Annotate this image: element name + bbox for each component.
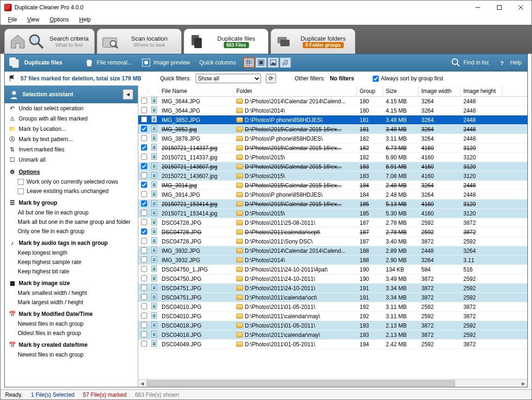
row-checkbox[interactable]	[141, 135, 147, 141]
sa-item[interactable]: Mark smallest width / height	[5, 288, 138, 298]
table-row[interactable]: IMG_3852.jpgD:\Photos\2015\Calendar 2015…	[138, 125, 527, 134]
col-group[interactable]: Group	[357, 86, 383, 96]
table-row[interactable]: DSC04750_1.JPGD:\Photos\2011\24-10-2011\…	[138, 265, 527, 274]
find-in-list-button[interactable]: Find in list	[449, 57, 490, 69]
table-row[interactable]: 20150721_153414.jpgD:\Photos\2015\1855.3…	[138, 209, 527, 218]
sa-item[interactable]: ⚠Groups with all files marked	[5, 114, 138, 124]
col-image-height[interactable]: Image height	[461, 86, 503, 96]
row-checkbox[interactable]	[141, 285, 147, 291]
table-row[interactable]: 20150721_143607.jpgD:\Photos\2015\1837.0…	[138, 171, 527, 181]
row-checkbox[interactable]	[141, 210, 147, 216]
minimize-button[interactable]	[467, 0, 489, 14]
file-removal-button[interactable]: File removal...	[83, 57, 134, 69]
table-row[interactable]: DSC04049.JPGD:\Photos\2011\01-05-2011\19…	[138, 340, 527, 349]
sa-item[interactable]: Keep longest length	[5, 248, 138, 257]
sa-item[interactable]: All but one file in each group	[5, 208, 138, 217]
sa-item[interactable]: Newest files in each group	[5, 350, 138, 359]
sa-item[interactable]: ⒶMark by text pattern...	[5, 134, 138, 144]
sa-item[interactable]: ▦Mark by image size	[5, 278, 138, 288]
sa-item[interactable]: ⚙Options	[5, 167, 138, 177]
qc-detail-button[interactable]	[255, 57, 267, 68]
row-checkbox[interactable]	[141, 266, 147, 272]
always-sort-checkbox[interactable]: Always sort by group first	[373, 75, 443, 82]
row-checkbox[interactable]	[141, 313, 147, 319]
table-row[interactable]: IMG_3852.JPGD:\Photos\P phone\858HDJES\1…	[138, 115, 527, 125]
sa-item[interactable]: 📅Mark by created date/time	[5, 340, 138, 350]
help-button[interactable]: ? Help	[496, 57, 524, 69]
table-row[interactable]: DSC04728.JPGD:\Photos\2011\25-08-2011\18…	[138, 218, 527, 228]
row-checkbox[interactable]	[141, 229, 147, 235]
horizontal-scrollbar[interactable]: ◄ ►	[138, 379, 527, 387]
table-row[interactable]: DSC04018.JPGD:\Photos\2011\calendar\may\…	[138, 330, 527, 340]
sa-item[interactable]: ☐Unmark all	[5, 155, 138, 165]
scroll-thumb[interactable]	[147, 380, 455, 386]
row-checkbox[interactable]	[141, 191, 147, 197]
col-size[interactable]: Size	[383, 86, 419, 96]
close-button[interactable]	[510, 0, 532, 14]
qc-image-button[interactable]	[268, 57, 279, 68]
maximize-button[interactable]	[489, 0, 510, 14]
row-checkbox[interactable]	[141, 107, 147, 113]
table-row[interactable]: DSC04728.JPGD:\Photos\2011\calendar\sept…	[138, 228, 527, 237]
row-checkbox[interactable]	[141, 172, 147, 179]
sa-item[interactable]: Mark largest width / height	[5, 298, 138, 307]
table-row[interactable]: DSC04010.JPGD:\Photos\2011\01-05-2011\19…	[138, 302, 527, 312]
sa-item[interactable]: Keep highest sample rate	[5, 257, 138, 267]
table-row[interactable]: 20150721_143607.jpgD:\Photos\2015\Calend…	[138, 162, 527, 171]
sa-item[interactable]: ♪Mark by audio tags in each group	[5, 238, 138, 248]
row-checkbox[interactable]	[141, 98, 147, 104]
row-checkbox[interactable]	[141, 331, 147, 337]
sa-item[interactable]: Keep highest bit rate	[5, 267, 138, 276]
table-row[interactable]: DSC04010.JPGD:\Photos\2011\calendar\may\…	[138, 312, 527, 321]
sa-item[interactable]: Mark all but one in the same group and f…	[5, 217, 138, 227]
refresh-filters-button[interactable]: ⟳	[266, 74, 276, 83]
row-checkbox[interactable]	[141, 247, 147, 253]
table-row[interactable]: IMG_3914.JPGD:\Photos\P phone\858HDJES\1…	[138, 190, 527, 200]
table-row[interactable]: DSC04750.JPGD:\Photos\2011\24-10-2011\19…	[138, 274, 527, 284]
sa-item[interactable]: ☰Mark by group	[5, 198, 138, 208]
row-checkbox[interactable]	[141, 322, 147, 328]
row-checkbox[interactable]	[141, 257, 147, 263]
sa-item[interactable]: ↶Undo last select operation	[5, 103, 138, 114]
scroll-right-button[interactable]: ►	[519, 379, 527, 387]
checkbox-icon[interactable]	[18, 188, 24, 194]
row-checkbox[interactable]	[141, 200, 147, 207]
sa-item[interactable]: 📅Mark by Modified Date/Time	[5, 309, 138, 319]
table-row[interactable]: IMG_3932.JPGD:\Photos\2014\1882.90 MB326…	[138, 256, 527, 265]
collapse-sidebar-button[interactable]: ◄	[123, 89, 133, 100]
row-checkbox[interactable]	[141, 341, 147, 347]
table-row[interactable]: IMG_3644.JPGD:\Photos\2014\1804.15 MB326…	[138, 106, 527, 115]
checkbox-icon[interactable]	[18, 179, 24, 185]
row-checkbox[interactable]	[141, 144, 147, 150]
sa-item[interactable]: Leave existing marks unchanged	[5, 186, 138, 196]
table-row[interactable]: DSC04018.JPGD:\Photos\2011\01-05-2011\19…	[138, 321, 527, 330]
menu-file[interactable]: File	[3, 15, 21, 24]
row-checkbox[interactable]	[141, 238, 147, 244]
qc-grid-button[interactable]	[243, 57, 255, 68]
quick-filters-select[interactable]: Show all	[196, 74, 261, 83]
table-row[interactable]: IMG_3932.JPGD:\Photos\2014\Calendar 2014…	[138, 246, 527, 256]
table-body[interactable]: IMG_3644.JPGD:\Photos\2014\Calendar 2014…	[138, 97, 527, 379]
table-row[interactable]: DSC04751.JPGD:\Photos\2011\calendar\oct\…	[138, 293, 527, 302]
menu-options[interactable]: Options	[45, 15, 73, 24]
col-folder[interactable]: Folder	[234, 86, 357, 96]
col-image-width[interactable]: Image width	[419, 86, 461, 96]
sa-item[interactable]: 📁Mark by Location...	[5, 124, 138, 134]
image-preview-button[interactable]: Image preview	[140, 57, 192, 69]
row-checkbox[interactable]	[141, 116, 147, 122]
row-checkbox[interactable]	[141, 219, 147, 225]
table-row[interactable]: IMG_3914.jpgD:\Photos\2015\Calendar 2015…	[138, 181, 527, 190]
row-checkbox[interactable]	[141, 163, 147, 169]
table-row[interactable]: IMG_3644.JPGD:\Photos\2014\Calendar 2014…	[138, 97, 527, 106]
sa-item[interactable]: Only one file in each group	[5, 227, 138, 236]
tab-search-criteria[interactable]: Search criteriaWhat to find	[4, 29, 95, 54]
row-checkbox[interactable]	[141, 303, 147, 309]
sa-item[interactable]: ⇅Invert marked files	[5, 144, 138, 155]
col-filename[interactable]: File Name	[159, 86, 234, 96]
tab-duplicate-files[interactable]: Duplicate files663 Files	[184, 29, 269, 54]
table-row[interactable]: DSC04751.JPGD:\Photos\2011\24-10-2011\19…	[138, 284, 527, 293]
qc-audio-button[interactable]	[280, 57, 291, 68]
menu-help[interactable]: Help	[75, 15, 96, 24]
table-row[interactable]: DSC04728.JPGD:\Photos\2011\Sony DSC\1873…	[138, 237, 527, 246]
tab-duplicate-folders[interactable]: Duplicate folders0 Folder groups	[270, 29, 355, 54]
